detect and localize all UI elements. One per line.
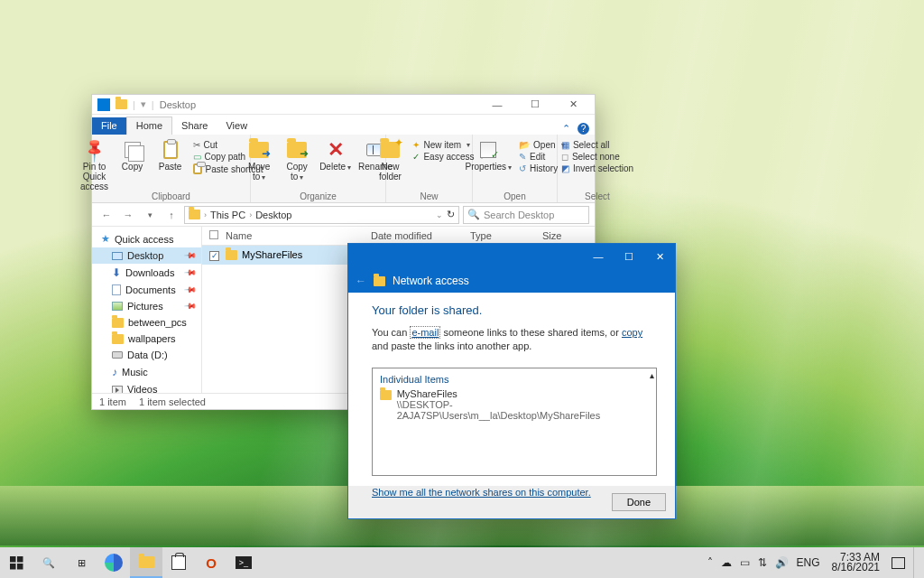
terminal-button[interactable]: >_ xyxy=(227,547,260,578)
qat-overflow-icon[interactable]: ▾ xyxy=(141,98,146,110)
scroll-up-icon[interactable]: ▴ xyxy=(650,370,654,380)
done-button[interactable]: Done xyxy=(612,493,666,511)
start-button[interactable] xyxy=(0,547,32,578)
new-folder-button[interactable]: ✦ New folder xyxy=(374,140,405,182)
chevron-right-icon[interactable]: › xyxy=(204,210,207,219)
minimize-button[interactable]: — xyxy=(481,95,513,115)
search-icon: 🔍 xyxy=(42,557,55,569)
address-dropdown-icon[interactable]: ⌄ xyxy=(436,210,443,219)
copy-link[interactable]: copy xyxy=(622,327,642,338)
select-all-icon: ▦ xyxy=(561,140,569,150)
folder-icon xyxy=(112,334,124,344)
email-link[interactable]: e-mail xyxy=(410,326,440,339)
nav-pictures[interactable]: Pictures📌 xyxy=(92,298,201,314)
onedrive-tray-icon[interactable]: ☁ xyxy=(721,556,732,569)
checkbox[interactable]: ✓ xyxy=(209,251,219,261)
nav-recent-button[interactable]: ▾ xyxy=(141,206,159,224)
tab-share[interactable]: Share xyxy=(172,117,217,135)
store-button[interactable] xyxy=(162,547,195,578)
close-button[interactable]: ✕ xyxy=(644,244,675,269)
taskbar-clock[interactable]: 7:33 AM 8/16/2021 xyxy=(828,553,883,573)
edge-button[interactable] xyxy=(97,547,130,578)
checkbox-header[interactable] xyxy=(209,230,218,239)
invert-selection-button[interactable]: ◩Invert selection xyxy=(561,163,633,173)
videos-icon xyxy=(112,386,123,394)
language-indicator[interactable]: ENG xyxy=(797,556,820,569)
pin-quick-access-button[interactable]: 📌 Pin to Quick access xyxy=(79,140,110,191)
documents-icon xyxy=(112,284,121,295)
col-name[interactable]: Name xyxy=(226,230,371,241)
ribbon-collapse-icon[interactable]: ⌃ xyxy=(562,123,570,135)
all-shares-link[interactable]: Show me all the network shares on this c… xyxy=(372,487,591,498)
folder-icon xyxy=(112,318,124,328)
move-to-button[interactable]: ➜ Move to▾ xyxy=(244,140,274,182)
select-none-button[interactable]: ◻Select none xyxy=(561,152,633,162)
chevron-right-icon[interactable]: › xyxy=(249,210,252,219)
back-button[interactable]: ← xyxy=(356,275,366,287)
nav-videos[interactable]: Videos xyxy=(92,381,201,393)
share-item-path: \\DESKTOP-2AJA7SP\Users\m__la\Desktop\My… xyxy=(397,399,649,421)
tab-file[interactable]: File xyxy=(92,117,126,135)
paste-button[interactable]: Paste xyxy=(155,140,186,172)
dialog-titlebar[interactable]: — ☐ ✕ xyxy=(348,244,675,269)
taskbar[interactable]: 🔍 ⊞ O >_ ˄ ☁ ▭ ⇅ 🔊 ENG 7:33 AM 8/16/2021 xyxy=(0,547,924,578)
crumb-this-pc[interactable]: This PC xyxy=(210,210,245,220)
dialog-text: You can e-mail someone links to these sh… xyxy=(372,326,657,353)
minimize-button[interactable]: — xyxy=(583,244,614,269)
qat-divider: | xyxy=(133,99,135,110)
share-item[interactable]: MyShareFiles \\DESKTOP-2AJA7SP\Users\m__… xyxy=(380,388,649,421)
nav-forward-button[interactable]: → xyxy=(119,206,137,224)
properties-button[interactable]: Properties▾ xyxy=(465,140,512,172)
nav-tree[interactable]: ★Quick access Desktop📌 ⬇Downloads📌 Docum… xyxy=(92,227,202,393)
svg-rect-3 xyxy=(17,564,23,570)
refresh-button[interactable]: ↻ xyxy=(447,209,455,220)
nav-folder[interactable]: wallpapers xyxy=(92,331,201,347)
volume-tray-icon[interactable]: 🔊 xyxy=(775,556,789,569)
pushpin-icon: 📌 xyxy=(80,135,108,163)
copy-button[interactable]: Copy xyxy=(117,140,148,172)
nav-drive[interactable]: Data (D:) xyxy=(92,347,201,363)
nav-music[interactable]: ♪Music xyxy=(92,363,201,381)
crumb-desktop[interactable]: Desktop xyxy=(255,210,291,220)
search-input[interactable]: 🔍 Search Desktop xyxy=(463,206,589,224)
select-none-icon: ◻ xyxy=(561,152,568,162)
close-button[interactable]: ✕ xyxy=(557,95,589,115)
delete-button[interactable]: ✕ Delete▾ xyxy=(319,140,351,172)
col-date[interactable]: Date modified xyxy=(371,230,470,241)
explorer-taskbar-button[interactable] xyxy=(130,547,162,578)
dialog-title: Network access xyxy=(393,275,469,287)
show-desktop-button[interactable] xyxy=(913,547,919,578)
group-label: Select xyxy=(558,191,637,201)
maximize-button[interactable]: ☐ xyxy=(614,244,644,269)
paste-icon xyxy=(163,141,178,159)
new-item-icon: ✦ xyxy=(412,140,420,150)
action-center-icon[interactable] xyxy=(892,557,905,569)
nav-downloads[interactable]: ⬇Downloads📌 xyxy=(92,264,201,282)
nav-back-button[interactable]: ← xyxy=(97,206,116,224)
search-button[interactable]: 🔍 xyxy=(32,547,65,578)
tab-home[interactable]: Home xyxy=(126,117,172,135)
col-size[interactable]: Size xyxy=(542,230,587,241)
wifi-tray-icon[interactable]: ⇅ xyxy=(758,556,767,569)
help-icon[interactable]: ? xyxy=(578,123,589,135)
tray-overflow-icon[interactable]: ˄ xyxy=(707,556,713,569)
tab-view[interactable]: View xyxy=(217,117,256,135)
battery-tray-icon[interactable]: ▭ xyxy=(740,556,750,569)
nav-quick-access[interactable]: ★Quick access xyxy=(92,230,201,247)
titlebar[interactable]: | ▾ | Desktop — ☐ ✕ xyxy=(92,95,595,115)
paste-shortcut-icon xyxy=(193,163,202,174)
path-icon: ▭ xyxy=(193,152,201,162)
task-view-button[interactable]: ⊞ xyxy=(65,547,97,578)
svg-rect-0 xyxy=(10,556,16,563)
nav-up-button[interactable]: ↑ xyxy=(162,206,180,224)
nav-folder[interactable]: between_pcs xyxy=(92,314,201,331)
nav-documents[interactable]: Documents📌 xyxy=(92,282,201,298)
copy-to-button[interactable]: ➜ Copy to▾ xyxy=(282,140,312,182)
open-icon: 📂 xyxy=(519,140,530,150)
office-button[interactable]: O xyxy=(195,547,227,578)
maximize-button[interactable]: ☐ xyxy=(519,95,551,115)
col-type[interactable]: Type xyxy=(470,230,542,241)
address-bar[interactable]: › This PC › Desktop ⌄ ↻ xyxy=(184,206,459,224)
nav-desktop[interactable]: Desktop📌 xyxy=(92,247,201,264)
select-all-button[interactable]: ▦Select all xyxy=(561,140,633,150)
